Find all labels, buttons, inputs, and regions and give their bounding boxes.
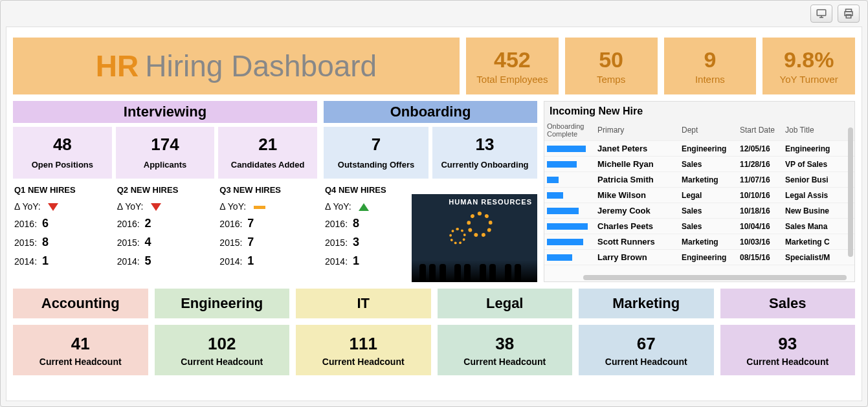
card-label: Applicants	[118, 160, 212, 170]
cell-primary: Jeremy Cook	[595, 203, 679, 218]
year-2014: 2014: 1	[325, 254, 406, 268]
table-row[interactable]: Janet Peters Engineering 12/05/16 Engine…	[544, 141, 854, 157]
dept-header-marketing[interactable]: Marketing	[579, 289, 714, 318]
incoming-hire-table: Incoming New Hire Onboarding Complete Pr…	[544, 101, 855, 282]
quarter-block: Q3 NEW HIRES Δ YoY: 2016: 7 2015: 7 2014…	[218, 182, 317, 282]
year-2015: 2015: 8	[14, 236, 111, 249]
print-icon	[843, 8, 854, 19]
card-value: 7	[326, 135, 426, 155]
table-row[interactable]: Patricia Smith Marketing 11/07/16 Senior…	[544, 172, 854, 188]
cell-job: New Busine	[783, 204, 854, 218]
year-2014: 2014: 1	[219, 254, 316, 268]
cell-primary: Charles Peets	[595, 219, 679, 234]
cell-primary: Larry Brown	[595, 250, 679, 265]
dept-header-accounting[interactable]: Accounting	[13, 289, 148, 318]
top-row: HR Hiring Dashboard 452Total Employees50…	[13, 38, 855, 94]
cell-start: 08/15/16	[737, 250, 783, 265]
dept-headcount-sales: 93Current Headcount	[720, 325, 856, 375]
quarter-title: Q2 NEW HIRES	[117, 185, 214, 195]
table-row[interactable]: Mike Wilson Legal 10/10/16 Legal Assis	[544, 188, 854, 203]
cell-dept: Sales	[679, 219, 737, 234]
col-job[interactable]: Job Title	[783, 123, 854, 137]
dept-headcount-engineering: 102Current Headcount	[155, 325, 290, 375]
col-start[interactable]: Start Date	[737, 123, 783, 137]
headcount-label: Current Headcount	[605, 357, 687, 367]
kpi-yoy-turnover: 9.8%YoY Turnover	[762, 38, 855, 94]
year-2014: 2014: 5	[117, 254, 214, 268]
headcount-value: 102	[208, 334, 236, 354]
headcount-label: Current Headcount	[746, 357, 829, 367]
table-row[interactable]: Michelle Ryan Sales 11/28/16 VP of Sales	[544, 157, 854, 172]
cell-dept: Legal	[679, 188, 737, 203]
delta-row: Δ YoY:	[14, 201, 111, 212]
delta-row: Δ YoY:	[117, 201, 214, 212]
dept-header-engineering[interactable]: Engineering	[155, 289, 290, 318]
year-2016: 2016: 2	[117, 217, 214, 230]
cell-progress	[544, 190, 595, 201]
onboarding-header: Onboarding	[324, 101, 537, 123]
headcount-value: 67	[637, 334, 656, 354]
dept-headcount-marketing: 67Current Headcount	[579, 325, 714, 375]
cell-primary: Patricia Smith	[595, 172, 679, 187]
cell-job: Engineering	[783, 142, 854, 156]
dept-header-legal[interactable]: Legal	[438, 289, 573, 318]
card-applicants: 174Applicants	[116, 127, 215, 179]
table-header-row: Onboarding Complete Primary Dept Start D…	[544, 120, 854, 141]
table-row[interactable]: Scott Runners Marketing 10/03/16 Marketi…	[544, 234, 854, 250]
horizontal-scrollbar[interactable]	[583, 275, 847, 280]
col-progress[interactable]: Onboarding Complete	[544, 120, 595, 140]
cell-job: Sales Mana	[783, 219, 854, 234]
dept-headcount-accounting: 41Current Headcount	[13, 325, 148, 375]
dept-header-sales[interactable]: Sales	[720, 289, 856, 318]
headcount-label: Current Headcount	[463, 357, 546, 367]
year-2015: 2015: 4	[117, 236, 214, 249]
year-2015: 2015: 3	[325, 236, 406, 249]
dept-headcount-it: 111Current Headcount	[296, 325, 431, 375]
card-value: 174	[118, 135, 212, 155]
headcount-value: 41	[71, 334, 90, 354]
print-button[interactable]	[838, 5, 860, 23]
cell-dept: Sales	[679, 157, 737, 171]
kpi-temps: 50Temps	[565, 38, 658, 94]
delta-row: Δ YoY:	[325, 201, 406, 212]
cell-progress	[544, 221, 595, 232]
col-dept[interactable]: Dept	[679, 123, 737, 137]
vertical-scrollbar[interactable]	[848, 127, 853, 257]
title-prefix: HR	[96, 49, 139, 83]
card-currently-onboarding: 13Currently Onboarding	[432, 127, 537, 179]
table-row[interactable]: Charles Peets Sales 10/04/16 Sales Mana	[544, 219, 854, 234]
kpi-label: Temps	[597, 74, 625, 85]
cell-progress	[544, 174, 595, 186]
kpi-interns: 9Interns	[664, 38, 757, 94]
dept-header-it[interactable]: IT	[296, 289, 431, 318]
year-2014: 2014: 1	[14, 254, 111, 268]
hr-illustration-caption: HUMAN RESOURCES	[449, 198, 532, 206]
cell-job: VP of Sales	[783, 157, 854, 171]
cell-start: 10/04/16	[737, 219, 783, 234]
dashboard-title-card: HR Hiring Dashboard	[13, 38, 460, 94]
table-row[interactable]: Jeremy Cook Sales 10/18/16 New Busine	[544, 203, 854, 219]
kpi-value: 9.8%	[784, 47, 834, 72]
headcount-value: 38	[495, 334, 514, 354]
present-button[interactable]	[810, 5, 832, 23]
cell-start: 10/10/16	[737, 188, 783, 203]
delta-row: Δ YoY:	[219, 201, 316, 212]
kpi-value: 9	[704, 47, 716, 72]
mid-row: Interviewing 48Open Positions174Applican…	[13, 101, 855, 282]
dashboard-canvas: HR Hiring Dashboard 452Total Employees50…	[6, 27, 862, 401]
svg-rect-0	[817, 10, 826, 16]
col-primary[interactable]: Primary	[595, 123, 679, 137]
card-candidates-added: 21Candidates Added	[218, 127, 317, 179]
titlebar	[1, 1, 867, 27]
year-2016: 2016: 7	[219, 217, 316, 230]
quarter-title: Q3 NEW HIRES	[219, 185, 316, 195]
quarter-block: Q2 NEW HIRES Δ YoY: 2016: 2 2015: 4 2014…	[116, 182, 215, 282]
hr-illustration: HUMAN RESOURCES	[412, 194, 537, 282]
table-row[interactable]: Larry Brown Engineering 08/15/16 Special…	[544, 250, 854, 265]
year-2015: 2015: 7	[219, 236, 316, 249]
card-outstanding-offers: 7Outstanding Offers	[324, 127, 428, 179]
cell-primary: Michelle Ryan	[595, 157, 679, 171]
trend-up-icon	[359, 203, 369, 211]
quarter-block: Q1 NEW HIRES Δ YoY: 2016: 6 2015: 8 2014…	[13, 182, 112, 282]
cell-start: 10/03/16	[737, 235, 783, 249]
